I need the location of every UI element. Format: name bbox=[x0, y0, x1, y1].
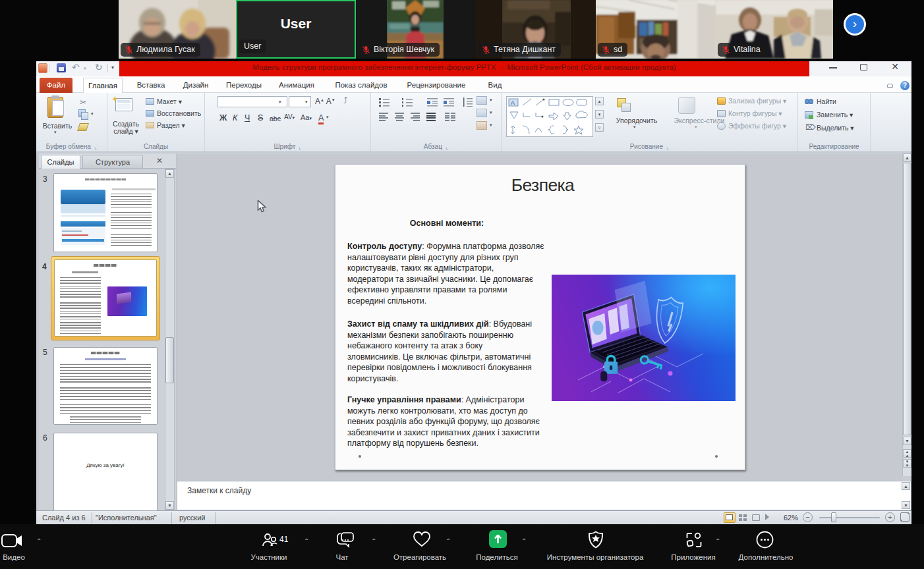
svg-text:A: A bbox=[511, 99, 515, 106]
